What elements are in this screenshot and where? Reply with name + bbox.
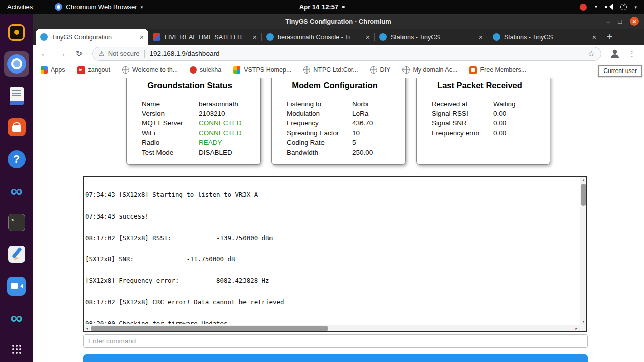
row-value: 10	[352, 128, 397, 138]
dock-item-show-applications[interactable]	[4, 337, 29, 362]
maximize-button[interactable]: □	[618, 18, 622, 25]
tab-close-icon[interactable]: ×	[592, 33, 596, 41]
dock-item-camera[interactable]	[4, 273, 29, 299]
row-label: Frequency	[287, 118, 352, 128]
tab-label: Stations - TinyGS	[391, 34, 475, 41]
row-value: 5	[352, 138, 397, 148]
tab-berasomnath-console[interactable]: berasomnath Console - Ti ×	[262, 29, 374, 45]
browser-toolbar: ← → ↻ ⚠ Not secure 192.168.1.9/dashboard…	[33, 45, 644, 62]
app-menu-label: Chromium Web Browser	[66, 3, 137, 11]
console-log[interactable]: 07:34:43 [SX12x8] Starting to listen to …	[83, 176, 587, 332]
card-row: Frequency 436.70	[287, 118, 397, 128]
row-value: berasomnath	[199, 99, 252, 109]
vertical-scrollbar[interactable]: ▲ ▼	[580, 177, 586, 325]
console-line: 07:34:43 [SX12x8] Starting to listen to …	[85, 191, 579, 198]
row-label: Name	[142, 99, 199, 109]
bookmark-zangout[interactable]: ▶ zangout	[77, 66, 110, 74]
url-text[interactable]: 192.168.1.9/dashboard	[150, 50, 220, 57]
software-store-icon	[8, 118, 26, 136]
site-grid-icon	[233, 66, 240, 74]
chevron-down-icon: ▾	[634, 5, 637, 10]
row-label: Modulation	[287, 109, 352, 118]
scrollbar-corner	[580, 325, 586, 331]
bookmark-sulekha[interactable]: sulekha	[190, 66, 221, 74]
console-line: 08:17:02 [SX12x8] RSSI: -139.750000 dBm	[85, 235, 579, 242]
scroll-up-icon[interactable]: ▲	[580, 177, 587, 183]
card-modem-configuration: Modem Configuration Listening to Norbi M…	[271, 78, 406, 165]
scroll-left-icon[interactable]: ◄	[84, 325, 90, 332]
clock-text: Apr 14 12:57	[299, 3, 338, 11]
forward-button[interactable]: →	[56, 48, 68, 60]
bookmark-star-icon[interactable]: ☆	[588, 49, 595, 58]
tab-close-icon[interactable]: ×	[253, 33, 257, 41]
send-button[interactable]	[83, 354, 588, 362]
dock-item-terminal[interactable]: >_	[4, 210, 29, 235]
row-value: DISABLED	[199, 148, 252, 157]
row-label: Signal SNR	[432, 118, 493, 128]
screen: { "icons": { "dropdown": "▾", "triangle_…	[0, 0, 644, 362]
dock-item-screenshot[interactable]	[4, 20, 29, 45]
chevron-down-icon: ▾	[141, 5, 143, 10]
vertical-scroll-thumb[interactable]	[581, 184, 586, 206]
bookmark-free-members[interactable]: Free Members...	[469, 66, 526, 74]
dock-item-app-1[interactable]: ∞	[4, 178, 29, 203]
chromium-icon	[7, 54, 26, 74]
dock-item-document[interactable]	[4, 83, 29, 108]
minimize-button[interactable]: –	[606, 18, 610, 25]
status-badge: CONNECTED	[199, 128, 252, 138]
command-input[interactable]	[83, 334, 588, 348]
bookmark-label: DIY	[380, 66, 391, 74]
dock-item-chromium[interactable]	[4, 51, 29, 77]
new-tab-button[interactable]: +	[607, 31, 613, 43]
horizontal-scrollbar[interactable]: ◄ ►	[84, 325, 580, 331]
bookmark-my-domain[interactable]: My domain Ac...	[403, 66, 457, 74]
card-row: Radio READY	[142, 138, 252, 148]
horizontal-scroll-thumb[interactable]	[91, 326, 328, 331]
bookmark-ntpc[interactable]: NTPC Ltd:Cor...	[303, 66, 358, 74]
address-bar[interactable]: ⚠ Not secure 192.168.1.9/dashboard ☆	[92, 47, 601, 61]
bookmark-welcome[interactable]: Welcome to th...	[122, 66, 178, 74]
tab-close-icon[interactable]: ×	[366, 33, 370, 41]
card-title: Modem Configuration	[280, 81, 390, 90]
tab-close-icon[interactable]: ×	[140, 33, 144, 41]
tab-favicon-icon	[266, 33, 274, 41]
activities-button[interactable]: Activities	[0, 0, 40, 14]
dock-item-editor[interactable]	[4, 242, 29, 267]
bookmark-vstps[interactable]: VSTPS Homep...	[233, 66, 291, 74]
tab-stations-1[interactable]: Stations - TinyGS ×	[375, 29, 488, 45]
tab-stations-2[interactable]: Stations - TinyGS ×	[488, 29, 601, 45]
row-label: Test Mode	[142, 148, 199, 157]
volume-icon	[605, 4, 613, 10]
dock-item-help[interactable]: ?	[4, 147, 29, 172]
tab-close-icon[interactable]: ×	[479, 33, 483, 41]
window-title-bar[interactable]: TinyGS Configuration - Chromium – □ ×	[33, 14, 644, 29]
tab-tinygs-configuration[interactable]: TinyGS Configuration ×	[36, 29, 148, 45]
row-label: Version	[142, 109, 199, 118]
scroll-down-icon[interactable]: ▼	[580, 318, 587, 325]
back-button[interactable]: ←	[39, 48, 51, 60]
scroll-right-icon[interactable]: ►	[573, 325, 580, 332]
bookmark-apps[interactable]: Apps	[41, 66, 65, 74]
dock-item-app-2[interactable]: ∞	[4, 305, 29, 330]
tab-live-satellite[interactable]: LIVE REAL TIME SATELLIT ×	[148, 29, 261, 45]
tab-label: LIVE REAL TIME SATELLIT	[165, 34, 249, 41]
profile-avatar[interactable]	[608, 47, 621, 60]
close-button[interactable]: ×	[630, 17, 639, 26]
card-row: Listening to Norbi	[287, 99, 397, 109]
site-icon	[190, 66, 197, 74]
bookmark-diy[interactable]: DIY	[370, 66, 391, 74]
browser-menu-icon[interactable]: ⋮	[626, 49, 638, 58]
bookmark-label: sulekha	[200, 66, 221, 74]
app-menu[interactable]: Chromium Web Browser ▾	[55, 3, 143, 11]
security-label: Not secure	[108, 50, 140, 57]
card-last-packet-received: Last Packet Received Received at Waiting…	[416, 78, 550, 165]
clock[interactable]: Apr 14 12:57	[299, 3, 345, 11]
console-line: 08:17:02 [SX12x8] CRC error! Data cannot…	[85, 299, 579, 306]
row-label: Coding Rate	[287, 138, 352, 148]
screenshot-tool-icon	[8, 24, 25, 41]
dock-item-ubuntu-software[interactable]	[4, 115, 29, 140]
system-indicators[interactable]: ▼ ▾	[580, 4, 644, 11]
divider	[144, 50, 145, 58]
reload-button[interactable]: ↻	[73, 48, 85, 60]
dashboard-page: Groundstation Status Name berasomnath Ve…	[33, 78, 644, 362]
